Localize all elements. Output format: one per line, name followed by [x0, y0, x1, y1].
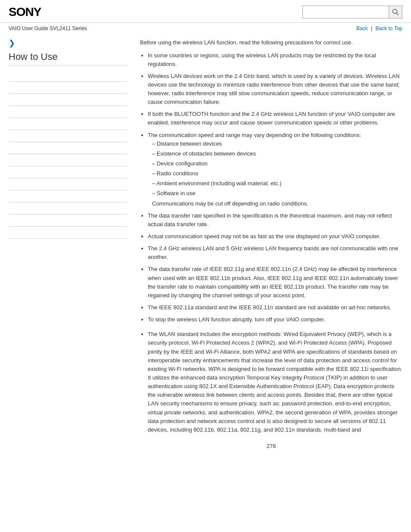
list-item: The data transfer rate of IEEE 802.11g a…	[148, 265, 402, 300]
sidebar-nav-item[interactable]	[9, 130, 127, 142]
list-item: The 2.4 GHz wireless LAN and 5 GHz wirel…	[148, 244, 402, 261]
content-intro: Before using the wireless LAN function, …	[140, 38, 402, 47]
list-item: The communication speed and range may va…	[148, 131, 402, 208]
sub-list-item: Existence of obstacles between devices	[152, 149, 402, 158]
list-item: The IEEE 802.11a standard and the IEEE 8…	[148, 303, 402, 312]
search-icon	[392, 9, 399, 16]
list-item: The WLAN standard includes the encryptio…	[148, 330, 402, 434]
sidebar-nav-item[interactable]	[9, 154, 127, 166]
page-header: SONY	[0, 0, 411, 23]
sub-list: Distance between devices Existence of ob…	[148, 140, 402, 198]
sub-note: Communications may be cut off depending …	[148, 199, 402, 208]
sidebar-nav-item[interactable]	[9, 70, 127, 82]
sub-list-item: Ambient environment (including wall mate…	[152, 179, 402, 188]
sub-list-item: Device configuration	[152, 159, 402, 168]
main-container: ❯ How to Use Before using the wireless L…	[0, 34, 411, 462]
back-link[interactable]: Back	[356, 25, 368, 31]
sidebar-nav-item[interactable]	[9, 166, 127, 178]
list-item: If both the BLUETOOTH function and the 2…	[148, 110, 402, 127]
sub-list-item: Software in use	[152, 189, 402, 198]
list-item: To stop the wireless LAN function abrupt…	[148, 315, 402, 324]
list-item: Actual communication speed may not be as…	[148, 232, 402, 241]
back-to-top-link[interactable]: Back to Top	[376, 25, 402, 31]
sidebar-nav-item[interactable]	[9, 215, 127, 227]
sidebar-nav-item[interactable]	[9, 94, 127, 106]
nav-links: Back | Back to Top	[356, 25, 402, 31]
search-area	[302, 6, 402, 19]
svg-line-1	[397, 13, 399, 16]
page-number: 278	[140, 443, 402, 454]
nav-bar: VAIO User Guide SVL2411 Series Back | Ba…	[0, 23, 411, 34]
sidebar-nav-item[interactable]	[9, 142, 127, 154]
sidebar-nav-item[interactable]	[9, 82, 127, 94]
breadcrumb: VAIO User Guide SVL2411 Series	[9, 25, 87, 31]
content-area: Before using the wireless LAN function, …	[136, 38, 402, 454]
search-button[interactable]	[389, 6, 402, 19]
list-item: The data transfer rate specified in the …	[148, 212, 402, 229]
sub-list-item: Distance between devices	[152, 140, 402, 148]
sidebar-title: How to Use	[9, 51, 127, 65]
sidebar-nav-item[interactable]	[9, 227, 127, 239]
sidebar-nav	[9, 70, 127, 239]
list-item: Wireless LAN devices work on the 2.4 GHz…	[148, 72, 402, 107]
list-item: In some countries or regions, using the …	[148, 51, 402, 68]
sidebar-nav-item[interactable]	[9, 190, 127, 202]
nav-separator: |	[371, 25, 374, 31]
sidebar-nav-item[interactable]	[9, 106, 127, 118]
sidebar-nav-item[interactable]	[9, 178, 127, 190]
search-input[interactable]	[302, 6, 389, 19]
sidebar-nav-item[interactable]	[9, 118, 127, 130]
sidebar: ❯ How to Use	[9, 38, 136, 454]
sidebar-nav-item[interactable]	[9, 202, 127, 215]
sub-list-item: Radio conditions	[152, 169, 402, 178]
sony-logo: SONY	[9, 5, 41, 19]
sidebar-arrow: ❯	[9, 38, 15, 48]
content-list: In some countries or regions, using the …	[140, 51, 402, 434]
